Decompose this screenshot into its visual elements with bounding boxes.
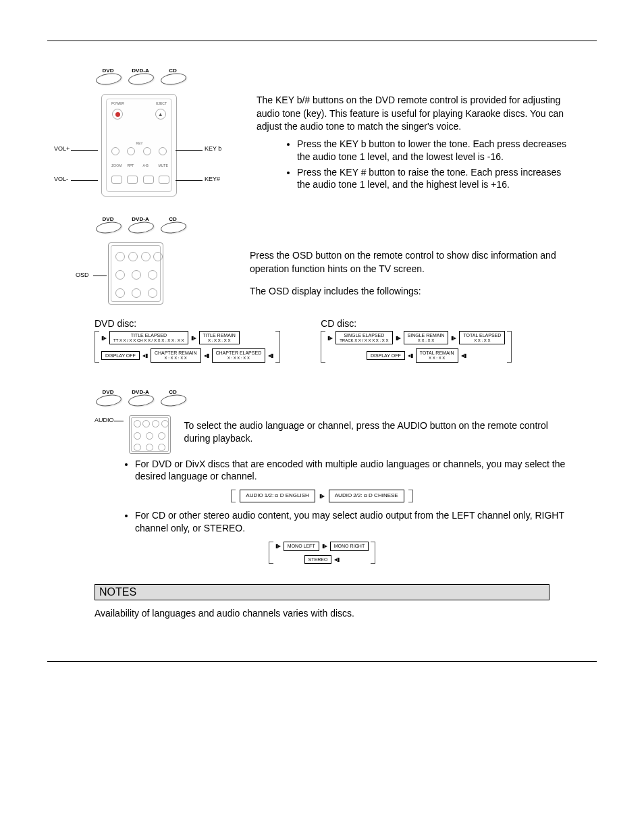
chapter-elapsed-box: CHAPTER ELAPSEDX : X X : X X [212,348,266,362]
remote-btn [159,176,169,184]
remote-btn [127,176,138,184]
notes-text: Availability of languages and audio chan… [95,607,549,621]
keyb-pointer-label: KEY b [205,145,221,152]
mono-left-box: MONO LEFT [284,542,319,551]
disc-dvda: DVD-A [127,217,154,233]
osd-remote-diagram: OSD [95,242,250,305]
arrow-icon: ▮▸ [396,335,401,341]
stereo-box: STEREO [304,555,332,565]
audio-chinese-box: AUDIO 2/2: ⧈ D CHINESE [329,490,404,502]
total-remain-box: TOTAL REMAINX X : X X [416,348,458,362]
remote-btn [143,176,154,184]
cd-flow: CD disc: ▮▸ SINGLE ELAPSEDTRACK X X / X … [321,318,512,363]
arrow-icon: ◂▮ [461,353,466,359]
dvd-disc-heading: DVD disc: [95,318,280,329]
keysharp-pointer-label: KEY# [205,176,220,182]
disc-types-row: DVD DVD-A CD [95,390,597,406]
dvd-flow: DVD disc: ▮▸ TITLE ELAPSEDTT X X / X X C… [95,318,280,363]
eject-label: EJECT [156,101,167,105]
disc-dvd: DVD [95,390,122,406]
arrow-icon: ▮▸ [101,335,107,341]
display-off-box: DISPLAY OFF [367,351,405,361]
mono-right-box: MONO RIGHT [330,542,369,551]
bottom-rule [47,661,597,662]
ab-label: A-B [143,163,149,167]
disc-cd: CD [159,390,186,406]
audio-english-box: AUDIO 1/2: ⧈ D ENGLISH [240,490,315,502]
rpt-label: RPT [127,163,134,167]
mute-label: MUTE [159,163,168,167]
arrow-icon: ▮▸ [322,543,327,549]
audio-pointer-label: AUDIO [95,417,114,423]
remote-btn [159,147,167,155]
osd-p2: The OSD display includes the followings: [250,285,576,298]
disc-cd: CD [159,68,186,84]
total-elapsed-box: TOTAL ELAPSEDX X : X X [459,331,505,344]
audio-bullet-2: For CD or other stereo audio content, yo… [135,509,570,535]
key-label: KEY [136,141,143,145]
power-label: POWER [111,101,124,105]
audio-channel-flow: ▮▸ MONO LEFT ▮▸ MONO RIGHT STEREO ◂▮ [47,542,597,564]
disc-types-row: DVD DVD-A CD [95,217,597,233]
notes-heading-box: NOTES [95,584,549,600]
display-off-box: DISPLAY OFF [101,351,140,361]
remote-btn [111,176,122,184]
top-rule [47,41,597,41]
arrow-icon: ▮▸ [327,335,333,341]
title-elapsed-box: TITLE ELAPSEDTT X X / X X CH X X / X X X… [109,331,188,344]
key-bullet-2: Press the KEY # button to raise the tone… [297,166,576,192]
disc-dvda: DVD-A [127,390,154,406]
arrow-icon: ▮▸ [275,543,281,549]
audio-remote-diagram: AUDIO [95,415,171,454]
single-elapsed-box: SINGLE ELAPSEDTRACK X X / X X X X : X X [336,331,392,344]
cd-disc-heading: CD disc: [321,318,512,329]
disc-dvd: DVD [95,68,122,84]
notes-heading: NOTES [99,586,136,598]
zoom-label: ZOOM [111,163,122,167]
chapter-remain-box: CHAPTER REMAINX : X X : X X [151,348,201,362]
title-remain-box: TITLE REMAINX : X X : X X [199,331,240,344]
eject-button-icon [155,109,166,120]
osd-p1: Press the OSD button on the remote contr… [250,249,576,276]
arrow-icon: ◂▮ [334,556,340,563]
volplus-pointer-label: VOL+ [54,145,70,152]
disc-dvd: DVD [95,217,122,233]
key-bullet-1: Press the KEY b button to lower the tone… [297,138,576,163]
audio-intro-text: To select the audio language or channel,… [171,415,597,446]
arrow-icon: ◂▮ [268,353,273,359]
arrow-icon: ◂▮ [408,353,413,359]
audio-bullet-1: For DVD or DivX discs that are encoded w… [135,458,570,484]
remote-diagram: POWER EJECT KEY ZOOM RPT A-B MUTE KEY b … [95,94,250,197]
arrow-icon: ◂▮ [204,353,209,359]
disc-label: DVD [95,68,122,74]
arrow-icon: ▮▸ [191,335,196,341]
disc-cd: CD [159,217,186,233]
remote-btn [143,147,151,155]
audio-lang-flow: AUDIO 1/2: ⧈ D ENGLISH ▮▸ AUDIO 2/2: ⧈ D… [47,490,597,502]
key-intro-text: The KEY b/# buttons on the DVD remote co… [257,94,576,134]
arrow-icon: ▮▸ [319,493,325,499]
osd-pointer-label: OSD [76,271,89,278]
volminus-pointer-label: VOL- [54,176,68,182]
arrow-icon: ▮▸ [451,335,456,341]
disc-types-row: DVD DVD-A CD [95,68,597,84]
single-remain-box: SINGLE REMAINX X : X X [404,331,449,344]
disc-label: DVD-A [127,68,154,74]
disc-label: CD [159,68,186,74]
disc-dvda: DVD-A [127,68,154,84]
arrow-icon: ◂▮ [142,353,148,359]
